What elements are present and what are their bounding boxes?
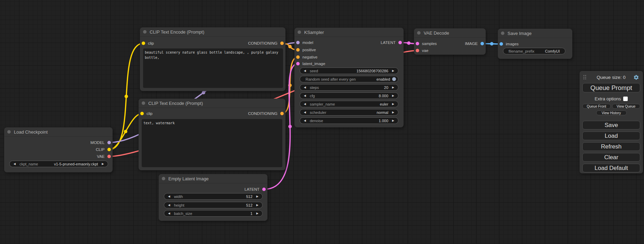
input-port-latent_image[interactable] xyxy=(296,62,300,65)
widget-random-seed-after-every-gen[interactable]: Random seed after every genenabled xyxy=(300,76,398,82)
right-arrow-icon[interactable]: ▶ xyxy=(388,111,398,114)
node-save-image[interactable]: Save Imageimagesfilename_prefixComfyUI xyxy=(498,29,572,59)
output-port-CLIP[interactable] xyxy=(107,148,111,151)
node-title-bar[interactable]: Empty Latent Image xyxy=(159,174,267,183)
queue-prompt-button[interactable]: Queue Prompt xyxy=(582,83,640,92)
refresh-button[interactable]: Refresh xyxy=(582,142,640,151)
collapse-dot-icon[interactable] xyxy=(162,177,165,180)
settings-gear-icon[interactable] xyxy=(633,74,639,80)
link-midpoint-dot xyxy=(202,91,205,94)
input-port-positive[interactable] xyxy=(296,48,300,52)
widget-label: steps xyxy=(310,85,319,90)
view-history-button[interactable]: View History xyxy=(596,110,627,115)
node-load-checkpoint[interactable]: Load CheckpointMODELCLIPVAE◀ckpt_namev1-… xyxy=(4,127,113,172)
output-port-LATENT[interactable] xyxy=(262,188,266,191)
right-arrow-icon[interactable]: ▶ xyxy=(98,163,108,165)
collapse-dot-icon[interactable] xyxy=(298,30,301,34)
node-title-bar[interactable]: KSampler xyxy=(294,28,404,37)
output-port-CONDITIONING[interactable] xyxy=(280,112,284,115)
widget-label: height xyxy=(174,203,184,207)
widget-cfg[interactable]: ◀cfg8.000▶ xyxy=(300,92,398,99)
widget-batch-size[interactable]: ◀batch_size1▶ xyxy=(164,210,263,217)
collapse-dot-icon[interactable] xyxy=(7,130,11,134)
left-arrow-icon[interactable]: ◀ xyxy=(300,111,310,114)
save-button[interactable]: Save xyxy=(582,121,640,129)
right-arrow-icon[interactable]: ▶ xyxy=(388,119,398,122)
queue-panel: Queue size: 0 Queue Prompt Extra options… xyxy=(580,71,643,173)
clear-button[interactable]: Clear xyxy=(582,153,640,162)
input-port-clip[interactable] xyxy=(142,42,145,45)
right-arrow-icon[interactable]: ▶ xyxy=(253,212,262,215)
output-port-IMAGE[interactable] xyxy=(480,42,484,45)
view-queue-button[interactable]: View Queue xyxy=(612,104,641,109)
node-clip-encode-negative[interactable]: CLIP Text Encode (Prompt)clipCONDITIONIN… xyxy=(139,99,285,170)
link-midpoint-dot xyxy=(288,45,292,48)
prompt-textarea[interactable] xyxy=(142,119,282,167)
output-port-VAE[interactable] xyxy=(107,155,111,158)
widget-filename-prefix[interactable]: filename_prefixComfyUI xyxy=(503,48,565,54)
node-graph-canvas[interactable]: Load CheckpointMODELCLIPVAE◀ckpt_namev1-… xyxy=(0,0,644,244)
node-vae-decode[interactable]: VAE DecodesamplesvaeIMAGE xyxy=(414,28,486,55)
widget-sampler-name[interactable]: ◀sampler_nameeuler▶ xyxy=(300,101,398,107)
prompt-textarea[interactable] xyxy=(143,48,283,88)
collapse-dot-icon[interactable] xyxy=(417,31,421,35)
node-title-bar[interactable]: Save Image xyxy=(498,29,572,38)
left-arrow-icon[interactable]: ◀ xyxy=(300,70,310,72)
right-arrow-icon[interactable]: ▶ xyxy=(388,86,398,89)
left-arrow-icon[interactable]: ◀ xyxy=(300,103,310,106)
left-arrow-icon[interactable]: ◀ xyxy=(10,163,19,165)
queue-front-button[interactable]: Queue Front xyxy=(582,104,611,109)
output-port-MODEL[interactable] xyxy=(107,141,111,144)
input-port-samples[interactable] xyxy=(416,42,419,45)
right-arrow-icon[interactable]: ▶ xyxy=(253,204,262,207)
link-midpoint-dot xyxy=(124,130,127,133)
input-port-clip[interactable] xyxy=(140,112,144,115)
node-title: KSampler xyxy=(304,30,324,35)
collapse-dot-icon[interactable] xyxy=(501,31,504,35)
right-arrow-icon[interactable]: ▶ xyxy=(388,103,398,106)
right-arrow-icon[interactable]: ▶ xyxy=(388,70,398,72)
right-arrow-icon[interactable]: ▶ xyxy=(253,195,262,198)
load-default-button[interactable]: Load Default xyxy=(582,164,640,172)
node-empty-latent-image[interactable]: Empty Latent ImageLATENT◀width512▶◀heigh… xyxy=(159,174,267,221)
input-slot-clip: clip xyxy=(140,110,152,117)
node-ksampler[interactable]: KSamplermodelpositivenegativelatent_imag… xyxy=(294,28,404,127)
node-title-bar[interactable]: CLIP Text Encode (Prompt) xyxy=(140,27,285,37)
drag-handle-icon[interactable] xyxy=(583,75,587,80)
toggle-dot-icon[interactable] xyxy=(392,77,396,81)
left-arrow-icon[interactable]: ◀ xyxy=(164,195,174,198)
node-title-bar[interactable]: Load Checkpoint xyxy=(4,127,113,137)
extra-options-label: Extra options xyxy=(595,96,621,101)
link-midpoint-dot xyxy=(407,42,411,45)
input-slot-latent_image: latent_image xyxy=(296,61,325,67)
widget-seed[interactable]: ◀seed156680208700286▶ xyxy=(300,67,398,74)
input-port-images[interactable] xyxy=(500,42,503,46)
node-title-bar[interactable]: VAE Decode xyxy=(414,28,486,38)
collapse-dot-icon[interactable] xyxy=(142,101,145,105)
widget-label: cfg xyxy=(310,94,315,98)
output-port-LATENT[interactable] xyxy=(398,41,402,44)
input-port-negative[interactable] xyxy=(296,55,300,59)
right-arrow-icon[interactable]: ▶ xyxy=(388,94,398,97)
output-port-CONDITIONING[interactable] xyxy=(280,42,284,45)
output-port-label: MODEL xyxy=(90,141,105,145)
left-arrow-icon[interactable]: ◀ xyxy=(164,204,174,207)
widget-height[interactable]: ◀height512▶ xyxy=(164,202,263,208)
load-button[interactable]: Load xyxy=(582,132,640,140)
left-arrow-icon[interactable]: ◀ xyxy=(164,212,174,215)
collapse-dot-icon[interactable] xyxy=(143,30,147,34)
widget-steps[interactable]: ◀steps20▶ xyxy=(300,84,398,91)
widget-scheduler[interactable]: ◀schedulernormal▶ xyxy=(300,109,398,116)
node-clip-encode-positive[interactable]: CLIP Text Encode (Prompt)clipCONDITIONIN… xyxy=(140,27,285,91)
widget-width[interactable]: ◀width512▶ xyxy=(164,193,263,200)
left-arrow-icon[interactable]: ◀ xyxy=(300,86,310,89)
input-port-label: clip xyxy=(148,41,154,45)
widget-denoise[interactable]: ◀denoise1.000▶ xyxy=(300,117,398,124)
node-title-bar[interactable]: CLIP Text Encode (Prompt) xyxy=(139,99,285,108)
left-arrow-icon[interactable]: ◀ xyxy=(300,119,310,122)
left-arrow-icon[interactable]: ◀ xyxy=(300,94,310,97)
input-port-model[interactable] xyxy=(296,41,300,44)
widget-ckpt-name[interactable]: ◀ckpt_namev1-5-pruned-emaonly.ckpt▶ xyxy=(9,161,108,167)
input-port-vae[interactable] xyxy=(416,49,419,52)
extra-options-checkbox[interactable] xyxy=(623,97,628,101)
